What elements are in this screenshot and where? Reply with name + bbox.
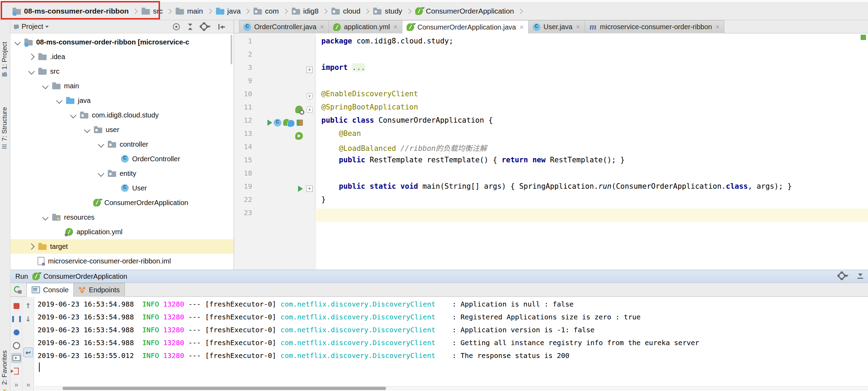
expanded-chevron-icon[interactable] (98, 141, 104, 147)
close-icon[interactable] (715, 23, 720, 31)
run-icon[interactable] (298, 186, 303, 192)
softwrap-button[interactable] (23, 348, 33, 357)
collapsed-chevron-icon[interactable] (28, 243, 34, 250)
code-line[interactable]: 12public class ConsumerOrderApplication … (234, 116, 868, 129)
expanded-chevron-icon[interactable] (42, 83, 48, 89)
code-line[interactable]: 19 public static void main(String[] args… (234, 182, 868, 195)
tree-scrollbar[interactable] (231, 35, 232, 64)
tree-item[interactable]: microservice-consumer-order-ribbon.iml (10, 254, 234, 268)
more-button[interactable] (11, 380, 21, 389)
run-tab-endpoints[interactable]: Endpoints (73, 283, 125, 297)
code-line[interactable]: 15 public RestTemplate restTemplate() { … (234, 156, 868, 169)
close-icon[interactable] (519, 23, 524, 31)
down-button[interactable] (23, 314, 33, 324)
fold-plus-icon[interactable] (304, 182, 315, 195)
tree-item[interactable]: resources (10, 210, 234, 225)
dock-icon[interactable] (858, 273, 863, 279)
tree-item[interactable]: user (10, 122, 234, 137)
run-tab-console[interactable]: Console (26, 283, 74, 297)
breadcrumb-item[interactable]: java (216, 7, 241, 15)
breadcrumb-item[interactable]: src (142, 7, 163, 15)
tree-item[interactable]: com.idig8.cloud.study (10, 108, 234, 122)
editor-tab[interactable]: application.yml (329, 20, 402, 33)
expanded-chevron-icon[interactable] (70, 112, 76, 118)
expanded-chevron-icon[interactable] (42, 214, 48, 220)
tree-item[interactable]: application.yml (10, 225, 234, 239)
expanded-chevron-icon[interactable] (98, 170, 104, 177)
project-panel-title[interactable]: Project (22, 23, 43, 31)
tree-item[interactable]: main (10, 79, 234, 93)
breadcrumb-item[interactable]: com (254, 7, 279, 15)
code-line[interactable]: 10@EnableDiscoveryClient (234, 90, 868, 103)
code-line[interactable]: 22} (234, 195, 868, 209)
sidebar-item-favorites[interactable]: 2: Favorites (1, 350, 8, 391)
collapse-icon[interactable] (187, 24, 193, 30)
log-token: 2019-06-23 16:53:54.988 (38, 313, 134, 321)
fold-down-icon[interactable] (304, 90, 315, 103)
up-button[interactable] (23, 301, 33, 311)
editor-tab[interactable]: User.java (528, 20, 585, 33)
code-line[interactable]: 11@SpringBootApplication (234, 103, 868, 116)
tree-item[interactable]: ConsumerOrderApplication (10, 195, 234, 210)
monitor-button[interactable] (11, 353, 21, 363)
inspections-ok-indicator-icon[interactable] (861, 35, 866, 40)
gear-icon[interactable] (201, 23, 207, 30)
exit-button[interactable] (11, 366, 21, 376)
close-icon[interactable] (576, 23, 580, 31)
expanded-chevron-icon[interactable] (14, 39, 21, 45)
breadcrumb-item[interactable]: main (176, 7, 203, 15)
editor-tab[interactable]: OrderController.java (239, 20, 329, 33)
more-button[interactable] (23, 380, 33, 389)
pause-button[interactable] (11, 314, 21, 324)
sidebar-item-project[interactable]: 1: Project (1, 42, 8, 76)
editor-tab[interactable]: microservice-consumer-order-ribbon (585, 20, 724, 33)
breadcrumb-item[interactable]: ConsumerOrderApplication (415, 7, 514, 15)
resume-button[interactable] (11, 327, 21, 337)
log-token (134, 326, 142, 334)
camera-button[interactable] (11, 341, 21, 350)
code-editor[interactable]: 1package com.idig8.cloud.study;23import … (234, 33, 868, 270)
code-line[interactable]: 9 (234, 76, 868, 90)
gear-icon[interactable] (838, 272, 845, 279)
code-line[interactable]: 14 @LoadBalanced //ribbon的负载均衡注解 (234, 142, 868, 156)
tree-item[interactable]: target (10, 239, 234, 254)
run-icon[interactable] (267, 120, 272, 126)
editor-tab[interactable]: ConsumerOrderApplication.java (402, 20, 528, 34)
console-log-line: 2019-06-23 16:53:54.988 INFO 13280 --- [… (38, 311, 699, 324)
tree-item[interactable]: java (10, 93, 234, 108)
fold-up-icon[interactable] (304, 103, 315, 116)
code-token: return (501, 156, 528, 164)
code-line[interactable]: 3import ... (234, 63, 868, 76)
expanded-chevron-icon[interactable] (56, 97, 62, 104)
breadcrumb-item[interactable]: cloud (331, 7, 360, 15)
code-token: import (321, 63, 348, 72)
tree-item[interactable]: entity (10, 166, 234, 181)
tree-item[interactable]: .idea (10, 49, 234, 64)
tree-item[interactable]: User (10, 181, 234, 195)
locate-icon[interactable] (173, 23, 180, 30)
breadcrumb-item[interactable]: study (373, 7, 402, 15)
code-line[interactable]: 2 (234, 50, 868, 63)
rerun-button[interactable] (14, 286, 22, 294)
tree-item[interactable]: OrderController (10, 152, 234, 166)
close-icon[interactable] (393, 23, 398, 31)
horizontal-scrollbar-thumb[interactable] (63, 387, 386, 390)
tree-item[interactable]: 08-ms-consumer-order-ribbon [microservic… (10, 35, 234, 49)
code-line[interactable]: 13 @Bean (234, 129, 868, 142)
breadcrumb-item[interactable]: 08-ms-consumer-order-ribbon (13, 7, 129, 15)
collapsed-chevron-icon[interactable] (28, 54, 34, 60)
expanded-chevron-icon[interactable] (28, 68, 34, 74)
tree-item[interactable]: controller (10, 137, 234, 152)
breadcrumb-item[interactable]: idig8 (292, 7, 319, 15)
fold-plus-icon[interactable] (304, 63, 315, 76)
sidebar-item-structure[interactable]: 7: Structure (1, 107, 8, 149)
tree-item[interactable]: src (10, 64, 234, 79)
code-line[interactable]: 1package com.idig8.cloud.study; (234, 37, 868, 50)
close-icon[interactable] (320, 23, 324, 31)
expanded-chevron-icon[interactable] (84, 127, 90, 133)
hide-icon[interactable] (218, 24, 225, 30)
code-line[interactable]: 23 (234, 209, 868, 222)
chevron-down-icon[interactable] (45, 26, 49, 28)
stop-button[interactable] (11, 301, 21, 311)
code-line[interactable]: 18 (234, 169, 868, 182)
